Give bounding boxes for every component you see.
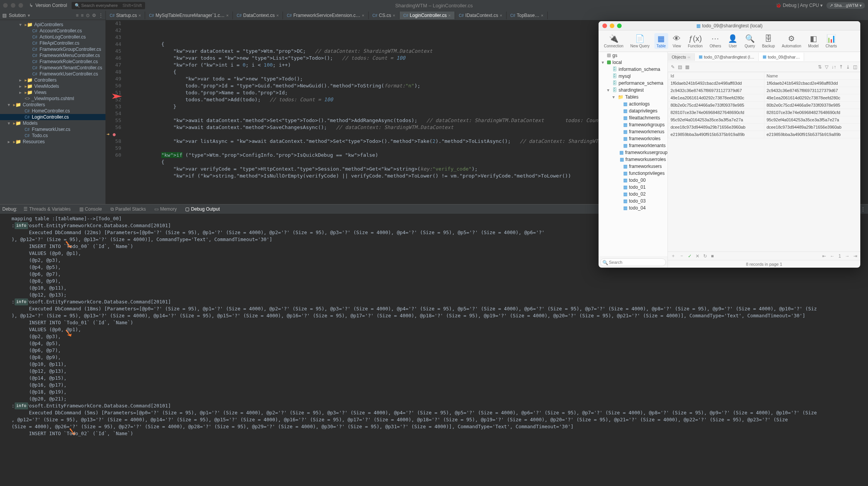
refresh-icon[interactable]: ↻ bbox=[703, 253, 707, 259]
editor-tab[interactable]: C#Startup.cs× bbox=[106, 12, 145, 19]
first-page-icon[interactable]: ⇤ bbox=[822, 253, 826, 259]
db-tool-automation[interactable]: ⚙Automation bbox=[779, 33, 804, 49]
db-object-tabs[interactable]: Objects ‹‹▦ todo_07@shardingtest (l…▦ to… bbox=[668, 52, 860, 62]
tab-console[interactable]: ▥ Console bbox=[77, 206, 104, 213]
solution-item[interactable]: C#AccountController.cs bbox=[0, 28, 105, 34]
db-tree-search[interactable] bbox=[600, 258, 666, 266]
db-tree-item[interactable]: ▦ todo_03 bbox=[599, 198, 667, 204]
db-tree-item[interactable]: ▦ todo_01 bbox=[599, 184, 667, 191]
db-tree-item[interactable]: ▾📁 Tables bbox=[599, 94, 667, 101]
solution-item[interactable]: C#FileApiController.cs bbox=[0, 40, 105, 46]
solution-item[interactable]: C#LoginController.cs bbox=[0, 114, 105, 120]
stop-icon[interactable]: ■ bbox=[711, 253, 714, 259]
db-tool-new query[interactable]: 📄New Query bbox=[628, 33, 652, 49]
solution-item[interactable]: C#ActionLogController.cs bbox=[0, 34, 105, 40]
solution-item[interactable]: C#FrameworkGroupController.cs bbox=[0, 46, 105, 52]
tab-parallel[interactable]: ⧉ Parallel Stacks bbox=[108, 206, 148, 213]
solution-item[interactable]: ▸▸📁Controllers bbox=[0, 77, 105, 83]
db-tree-item[interactable]: ▦ actionlogs bbox=[599, 101, 667, 107]
solution-item[interactable]: <>_ViewImports.cshtml bbox=[0, 96, 105, 102]
editor-tab[interactable]: C#FrameworkServiceExtension.c…× bbox=[283, 12, 368, 19]
db-tool-function[interactable]: ƒ(x)Function bbox=[686, 34, 705, 49]
db-tool-charts[interactable]: 📊Charts bbox=[823, 33, 839, 49]
solution-item[interactable]: ▾▸📁ApiControllers bbox=[0, 22, 105, 28]
solution-item[interactable]: C#HomeController.cs bbox=[0, 108, 105, 114]
db-connection-tree[interactable]: gs▾ local🗄 information_schema🗄 mysql🗄 pe… bbox=[599, 52, 668, 256]
git-branch-widget[interactable]: ↗ Sha…gWTM ▾ bbox=[826, 2, 865, 9]
db-tab[interactable]: ▦ todo_09@shar… bbox=[759, 53, 804, 61]
run-config[interactable]: 🐞 Debug | Any CPU ▾ bbox=[776, 3, 823, 8]
window-controls[interactable] bbox=[3, 3, 23, 8]
db-tree-item[interactable]: ▦ fileattachments bbox=[599, 114, 667, 121]
editor-tab[interactable]: C#LoginController.cs× bbox=[400, 12, 455, 19]
db-tool-view[interactable]: 👁View bbox=[671, 34, 684, 49]
tab-memory[interactable]: ▭ Memory bbox=[152, 206, 179, 213]
editor-tab[interactable]: C#CS.cs× bbox=[369, 12, 400, 19]
prev-page-icon[interactable]: ← bbox=[830, 253, 835, 259]
db-tree-item[interactable]: ▾🗄 shardingtest bbox=[599, 87, 667, 94]
solution-item[interactable]: C#Todo.cs bbox=[0, 132, 105, 139]
locate-icon[interactable]: ⊙ bbox=[86, 13, 90, 18]
db-tree-item[interactable]: gs bbox=[599, 52, 667, 59]
db-tree-item[interactable]: ▦ frameworkusergroups bbox=[599, 149, 667, 156]
db-tool-table[interactable]: ▦Table bbox=[654, 33, 668, 49]
db-tree-item[interactable]: ▦ frameworkgroups bbox=[599, 121, 667, 128]
cancel-icon[interactable]: ✕ bbox=[696, 253, 699, 259]
column-header[interactable]: Id bbox=[668, 72, 764, 80]
db-tree-item[interactable]: ▦ todo_00 bbox=[599, 177, 667, 184]
column-header[interactable]: Name bbox=[764, 72, 860, 80]
db-tool-query[interactable]: 🔍Query bbox=[742, 33, 757, 49]
editor-tab[interactable]: C#DataContext.cs× bbox=[233, 12, 283, 19]
commit-icon[interactable]: ✓ bbox=[688, 253, 692, 259]
vcs-widget[interactable]: ↳ Version Control bbox=[29, 3, 67, 8]
solution-item[interactable]: ▸▸📁Resources bbox=[0, 139, 105, 145]
window-controls[interactable] bbox=[602, 23, 622, 28]
db-tool-user[interactable]: 👤User bbox=[726, 33, 740, 49]
editor-tab[interactable]: C#IDataContext.cs× bbox=[455, 12, 507, 19]
db-grid-toolbar[interactable]: ✎▤▦ ⇅▽↓↑⤒⤓◫ bbox=[668, 62, 860, 72]
add-row-icon[interactable]: ＋ bbox=[671, 253, 676, 259]
tab-threads[interactable]: ☰ Threads & Variables bbox=[21, 206, 73, 213]
db-tool-model[interactable]: ◧Model bbox=[806, 33, 821, 49]
search-everywhere[interactable]: 🔍 Search everywhere Shift+Shift bbox=[72, 2, 145, 9]
table-row[interactable]: e219859bba3a490f915b5375b919a89be219859b… bbox=[668, 131, 860, 138]
db-tree-item[interactable]: 🗄 information_schema bbox=[599, 66, 667, 73]
db-tree-item[interactable]: ▦ todo_02 bbox=[599, 191, 667, 198]
solution-item[interactable]: ▾▸📁Models bbox=[0, 120, 105, 126]
db-tree-item[interactable]: ▦ frameworkusers bbox=[599, 163, 667, 170]
gear-icon[interactable]: ⚙ bbox=[92, 13, 96, 18]
tab-debug-output[interactable]: ▢ Debug Output bbox=[183, 206, 222, 213]
db-tool-connection[interactable]: 🔌Connection bbox=[602, 33, 626, 49]
table-row[interactable]: 49e1ea2061614d0292c73878eefd280c49e1ea20… bbox=[668, 94, 860, 102]
delete-row-icon[interactable]: － bbox=[679, 253, 684, 259]
db-tab[interactable]: ▦ todo_07@shardingtest (l… bbox=[695, 53, 759, 61]
db-data-grid[interactable]: IdName1f6daeb241b5492cbacd2e498aff83dd1f… bbox=[668, 72, 860, 251]
db-tree-item[interactable]: ▦ frameworkmenus bbox=[599, 128, 667, 135]
editor-tabs[interactable]: C#Startup.cs×C#MySqlTableEnsureManager`1… bbox=[106, 11, 868, 20]
db-tool-others[interactable]: ⋯Others bbox=[707, 33, 723, 49]
db-tree-item[interactable]: 🗄 performance_schema bbox=[599, 80, 667, 87]
toolbar-icon[interactable]: ≡ bbox=[81, 13, 84, 18]
db-tree-item[interactable]: ▦ dataprivileges bbox=[599, 107, 667, 114]
db-tree-item[interactable]: ▦ frameworktenants bbox=[599, 142, 667, 149]
db-tree-item[interactable]: ▦ todo_04 bbox=[599, 204, 667, 211]
table-row[interactable]: 95c92ef4a0164253a35ce3a3f5a7e27a95c92ef4… bbox=[668, 116, 860, 124]
solution-item[interactable]: ▾▸📁Controllers bbox=[0, 102, 105, 108]
table-row[interactable]: 828107ce33e74e069684827648690cfd828107ce… bbox=[668, 109, 860, 116]
solution-item[interactable]: C#FrameworkUser.cs bbox=[0, 126, 105, 132]
db-tree-item[interactable]: ▾ local bbox=[599, 59, 667, 66]
solution-item[interactable]: C#FrameworkRoleController.cs bbox=[0, 59, 105, 65]
db-tree-item[interactable]: 🗄 mysql bbox=[599, 73, 667, 80]
table-row[interactable]: 1f6daeb241b5492cbacd2e498aff83dd1f6daeb2… bbox=[668, 80, 860, 87]
solution-item[interactable]: ▸▸📁Views bbox=[0, 89, 105, 96]
db-tree-item[interactable]: ▦ frameworkroles bbox=[599, 135, 667, 142]
table-row[interactable]: dcee18c973d94489a29b71656e3960abdcee18c9… bbox=[668, 124, 860, 131]
db-tab[interactable]: Objects ‹‹ bbox=[668, 53, 695, 61]
solution-item[interactable]: C#FrameworkUserController.cs bbox=[0, 71, 105, 77]
db-tree-item[interactable]: ▦ functionprivileges bbox=[599, 170, 667, 177]
solution-item[interactable]: C#FrameworkTenantController.cs bbox=[0, 65, 105, 71]
db-tool-backup[interactable]: 🗄Backup bbox=[760, 34, 777, 49]
solution-item[interactable]: C#FrameworkMenuController.cs bbox=[0, 52, 105, 59]
toolbar-icon[interactable]: ≡ bbox=[76, 13, 79, 18]
editor-tab[interactable]: C#MySqlTableEnsureManager`1.c…× bbox=[145, 12, 233, 19]
